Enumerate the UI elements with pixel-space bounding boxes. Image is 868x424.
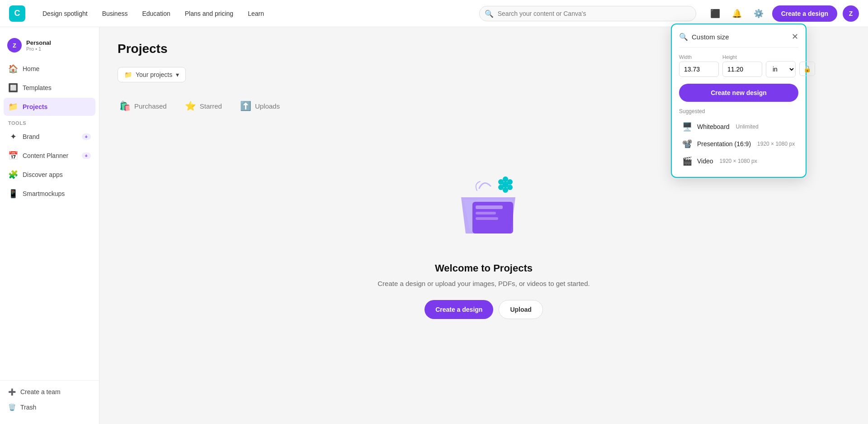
sidebar-item-content-planner-label: Content Planner — [23, 152, 68, 159]
avatar[interactable]: Z — [843, 5, 859, 22]
height-label: Height — [722, 54, 762, 60]
purchased-icon: 🛍️ — [119, 100, 131, 111]
nav-links: Design spotlight Business Education Plan… — [36, 6, 468, 21]
suggestion-video-size: 1920 × 1080 px — [720, 158, 757, 164]
svg-point-9 — [503, 187, 508, 193]
tab-uploads[interactable]: ⬆️ Uploads — [238, 97, 282, 116]
empty-illustration — [439, 161, 529, 252]
empty-actions: Create a design Upload — [425, 300, 543, 319]
content-planner-badge: + — [82, 152, 91, 159]
bell-icon-btn[interactable]: 🔔 — [729, 5, 745, 22]
search-input[interactable] — [479, 6, 696, 21]
unit-select[interactable]: px in cm mm — [766, 61, 796, 77]
suggestion-presentation-label: Presentation (16:9) — [697, 140, 751, 148]
sidebar-item-templates[interactable]: 🔲 Templates — [4, 79, 95, 97]
suggested-label: Suggested — [679, 108, 798, 114]
nav-business[interactable]: Business — [96, 6, 134, 21]
sidebar-item-content-planner[interactable]: 📅 Content Planner + — [4, 147, 95, 165]
brand-badge: + — [82, 133, 91, 140]
nav-design-spotlight[interactable]: Design spotlight — [36, 6, 94, 21]
tab-purchased-label: Purchased — [134, 102, 167, 110]
custom-size-close-button[interactable]: ✕ — [792, 32, 798, 42]
trash-icon: 🗑️ — [8, 404, 16, 411]
custom-size-search-icon: 🔍 — [679, 33, 688, 41]
suggestion-presentation[interactable]: 📽️ Presentation (16:9) 1920 × 1080 px — [679, 135, 798, 152]
filter-chevron-icon: ▾ — [176, 71, 179, 78]
sidebar-item-discover-apps[interactable]: 🧩 Discover apps — [4, 166, 95, 184]
sidebar-item-projects[interactable]: 📁 Projects — [4, 98, 95, 116]
discover-apps-icon: 🧩 — [8, 170, 18, 180]
empty-upload-button[interactable]: Upload — [499, 300, 542, 319]
presentation-icon: 📽️ — [682, 139, 693, 149]
svg-point-6 — [503, 176, 508, 182]
sidebar-user-name: Personal — [26, 39, 51, 46]
trash-label: Trash — [20, 404, 36, 411]
suggestion-whiteboard-label: Whiteboard — [697, 123, 730, 130]
top-nav: C Design spotlight Business Education Pl… — [0, 0, 868, 27]
tab-starred[interactable]: ⭐ Starred — [183, 97, 224, 116]
suggestion-whiteboard-size: Unlimited — [736, 124, 759, 130]
tab-uploads-label: Uploads — [255, 102, 280, 110]
custom-size-dims: Width Height px in cm mm 🔒 — [679, 54, 798, 77]
sidebar-item-discover-apps-label: Discover apps — [23, 171, 63, 178]
whiteboard-icon: 🖥️ — [682, 122, 693, 132]
svg-rect-4 — [476, 212, 496, 214]
width-group: Width — [679, 54, 719, 77]
tab-purchased[interactable]: 🛍️ Purchased — [118, 97, 169, 116]
settings-icon-btn[interactable]: ⚙️ — [750, 5, 767, 22]
sidebar: Z Personal Pro • 1 🏠 Home 🔲 Templates 📁 … — [0, 27, 99, 424]
sidebar-item-smartmockups-label: Smartmockups — [23, 190, 65, 197]
content-planner-icon: 📅 — [8, 151, 18, 161]
width-input[interactable] — [679, 62, 719, 77]
sidebar-item-create-team[interactable]: ➕ Create a team — [4, 384, 95, 400]
sidebar-item-home[interactable]: 🏠 Home — [4, 60, 95, 78]
nav-education[interactable]: Education — [136, 6, 176, 21]
svg-rect-3 — [476, 205, 503, 209]
sidebar-item-trash[interactable]: 🗑️ Trash — [4, 400, 95, 415]
empty-create-design-button[interactable]: Create a design — [425, 300, 493, 319]
smartmockups-icon: 📱 — [8, 189, 18, 199]
sidebar-user-sub: Pro • 1 — [26, 46, 51, 52]
create-new-design-button[interactable]: Create new design — [679, 84, 798, 102]
monitor-icon-btn[interactable]: ⬛ — [707, 5, 723, 22]
starred-icon: ⭐ — [185, 100, 196, 111]
lock-aspect-button[interactable]: 🔒 — [799, 62, 815, 76]
uploads-icon: ⬆️ — [240, 100, 251, 111]
empty-title: Welcome to Projects — [435, 262, 533, 274]
sidebar-user[interactable]: Z Personal Pro • 1 — [0, 33, 99, 58]
suggestion-presentation-size: 1920 × 1080 px — [757, 141, 795, 147]
video-icon: 🎬 — [682, 156, 693, 166]
search-icon: 🔍 — [485, 9, 494, 18]
empty-subtitle: Create a design or upload your images, P… — [377, 280, 590, 287]
suggestion-whiteboard[interactable]: 🖥️ Whiteboard Unlimited — [679, 118, 798, 135]
sidebar-item-projects-label: Projects — [23, 103, 47, 110]
width-label: Width — [679, 54, 719, 60]
sidebar-avatar: Z — [7, 38, 22, 52]
sidebar-user-info: Personal Pro • 1 — [26, 39, 51, 52]
suggestion-video[interactable]: 🎬 Video 1920 × 1080 px — [679, 152, 798, 170]
sidebar-nav: 🏠 Home 🔲 Templates 📁 Projects Tools ✦ Br… — [0, 58, 99, 380]
nav-plans-pricing[interactable]: Plans and pricing — [179, 6, 240, 21]
height-input[interactable] — [722, 62, 762, 77]
filter-button[interactable]: 📁 Your projects ▾ — [118, 67, 186, 82]
custom-size-dropdown: 🔍 ✕ Width Height px in cm mm 🔒 Create ne… — [671, 24, 807, 178]
templates-icon: 🔲 — [8, 83, 18, 93]
sidebar-item-smartmockups[interactable]: 📱 Smartmockups — [4, 185, 95, 203]
custom-size-search-row: 🔍 ✕ — [679, 32, 798, 48]
height-group: Height — [722, 54, 762, 77]
canva-logo[interactable]: C — [9, 5, 25, 22]
create-design-button[interactable]: Create a design — [772, 5, 837, 22]
sidebar-bottom: ➕ Create a team 🗑️ Trash — [0, 380, 99, 419]
logo-icon: C — [9, 5, 25, 22]
home-icon: 🏠 — [8, 64, 18, 74]
sidebar-item-brand-label: Brand — [23, 133, 39, 140]
custom-size-search-input[interactable] — [692, 33, 788, 41]
sidebar-item-brand[interactable]: ✦ Brand + — [4, 128, 95, 146]
suggestion-video-label: Video — [697, 157, 713, 165]
create-team-icon: ➕ — [8, 388, 16, 395]
svg-point-12 — [502, 181, 509, 188]
nav-learn[interactable]: Learn — [241, 6, 270, 21]
nav-actions: ⬛ 🔔 ⚙️ Create a design Z — [707, 5, 859, 22]
tools-label: Tools — [4, 117, 95, 128]
tab-starred-label: Starred — [200, 102, 222, 110]
